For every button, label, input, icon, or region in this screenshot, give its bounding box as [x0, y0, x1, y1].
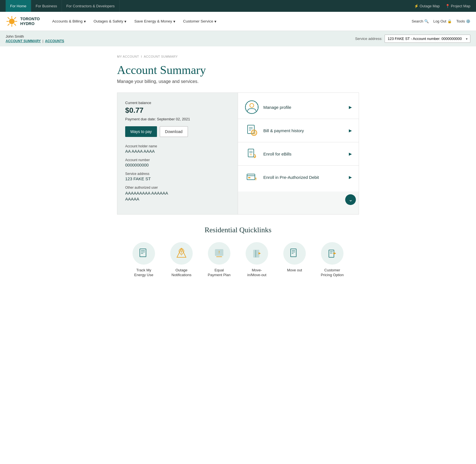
logo-text: TORONTO HYDRO: [20, 17, 40, 26]
scroll-btn-area: ⌄: [238, 192, 359, 205]
svg-text:!: !: [219, 250, 220, 254]
account-holder-label: Account holder name: [125, 144, 230, 148]
logout-button[interactable]: Log Out 🔒: [433, 19, 452, 23]
manage-profile-link[interactable]: Manage profile ▶: [238, 96, 359, 119]
svg-rect-38: [253, 250, 259, 257]
pricing-icon: [321, 242, 343, 265]
quicklink-track-energy[interactable]: Track MyEnergy Use: [128, 242, 159, 278]
nav-customer-service[interactable]: Customer Service▾: [179, 12, 220, 31]
due-date: Payment due date: September 02, 2021: [125, 117, 230, 121]
outage-icon: [170, 242, 193, 265]
main-grid: Current balance $0.77 Payment due date: …: [117, 93, 359, 215]
accounts-link[interactable]: ACCOUNTS: [45, 39, 64, 43]
quicklink-pricing[interactable]: CustomerPricing Option: [317, 242, 348, 278]
nav-links: Accounts & Billing▾ Outages & Safety▾ Sa…: [48, 12, 412, 31]
right-panel-container: Manage profile ▶ $: [238, 93, 359, 214]
track-energy-label: Track MyEnergy Use: [134, 268, 153, 278]
topbar-for-home[interactable]: For Home: [6, 0, 31, 12]
svg-line-7: [14, 17, 16, 19]
balance-amount: $0.77: [125, 106, 230, 115]
authorized-user-label: Other authorized user: [125, 186, 230, 190]
svg-text:$: $: [250, 153, 252, 156]
svg-point-34: [181, 253, 182, 254]
pricing-label: CustomerPricing Option: [321, 268, 344, 278]
account-number-label: Account number: [125, 158, 230, 162]
quicklinks-grid: Track MyEnergy Use OutageNotifications: [117, 242, 359, 278]
scroll-down-button[interactable]: ⌄: [345, 194, 356, 205]
authorized-user-value: AAAAAAAAA AAAAAAAAAAA: [125, 190, 230, 202]
bill-history-label: Bill & payment history: [263, 128, 344, 133]
top-bar: For Home For Business For Contractors & …: [0, 0, 476, 12]
sub-nav-left: John Smith ACCOUNT SUMMARY | ACCOUNTS: [6, 34, 64, 43]
main-nav: TORONTO HYDRO Accounts & Billing▾ Outage…: [0, 12, 476, 31]
page-content: MY ACCOUNT I ACCOUNT SUMMARY Account Sum…: [111, 46, 365, 289]
account-summary-link[interactable]: ACCOUNT SUMMARY: [6, 39, 41, 43]
bill-history-icon: $: [245, 123, 259, 138]
topbar-for-business[interactable]: For Business: [31, 0, 62, 12]
quicklink-outage[interactable]: OutageNotifications: [166, 242, 197, 278]
svg-text:$: $: [253, 132, 255, 134]
service-address-select[interactable]: 123 FAKE ST - Account number: 0000000000: [385, 35, 470, 43]
topbar-for-contractors[interactable]: For Contractors & Developers: [62, 0, 120, 12]
quicklink-movein-moveout[interactable]: Move-in/Move-out: [241, 242, 272, 278]
movein-moveout-icon: [246, 242, 268, 265]
nav-save-energy[interactable]: Save Energy & Money▾: [130, 12, 179, 31]
manage-profile-arrow: ▶: [349, 105, 352, 109]
svg-rect-40: [291, 249, 296, 257]
right-panel: Manage profile ▶ $: [238, 93, 359, 192]
user-name: John Smith: [6, 34, 64, 39]
service-address-area: Service address: 123 FAKE ST - Account n…: [355, 35, 470, 43]
service-address-block: Service address 123 FAKE ST: [125, 172, 230, 181]
svg-point-10: [250, 103, 254, 107]
manage-profile-icon: [245, 100, 259, 114]
bill-history-arrow: ▶: [349, 128, 352, 133]
action-buttons: Ways to pay Download: [125, 126, 230, 137]
sub-nav-links: ACCOUNT SUMMARY | ACCOUNTS: [6, 39, 64, 43]
svg-rect-28: [140, 249, 146, 257]
account-number-value: 0000000000: [125, 163, 230, 167]
outage-label: OutageNotifications: [172, 268, 192, 278]
enroll-ebills-link[interactable]: $ Enroll for eBills ▶: [238, 142, 359, 166]
account-number-block: Account number 0000000000: [125, 158, 230, 167]
toronto-hydro-logo-icon: [6, 15, 18, 28]
left-panel: Current balance $0.77 Payment due date: …: [117, 93, 238, 214]
sub-nav-separator: |: [42, 39, 43, 43]
svg-rect-24: [247, 174, 255, 180]
tools-button[interactable]: Tools ⚙️: [456, 19, 470, 23]
svg-point-0: [9, 19, 15, 24]
service-address-label: Service address:: [355, 37, 382, 41]
ebills-icon: $: [245, 147, 259, 161]
chevron-down-icon: ⌄: [349, 197, 353, 203]
quicklink-moveout[interactable]: Move out: [279, 242, 310, 278]
account-holder-block: Account holder name AA AAAA AAAA: [125, 144, 230, 154]
moveout-icon: [283, 242, 306, 265]
enroll-debit-link[interactable]: $ Enroll in Pre-Authorized Debit ▶: [238, 166, 359, 189]
breadcrumb: MY ACCOUNT I ACCOUNT SUMMARY: [117, 55, 359, 58]
project-map-link[interactable]: 📍 Project Map: [445, 4, 470, 8]
quicklink-equal-payment[interactable]: ! EqualPayment Plan: [204, 242, 235, 278]
authorized-user-block: Other authorized user AAAAAAAAA AAAAAAAA…: [125, 186, 230, 202]
equal-payment-icon: !: [208, 242, 230, 265]
debit-arrow: ▶: [349, 175, 352, 179]
nav-right: Search 🔍 Log Out 🔒 Tools ⚙️: [412, 19, 470, 23]
bill-payment-history-link[interactable]: $ Bill & payment history ▶: [238, 119, 359, 142]
download-button[interactable]: Download: [160, 126, 188, 137]
nav-outages-safety[interactable]: Outages & Safety▾: [90, 12, 131, 31]
svg-line-8: [8, 24, 9, 25]
service-address-field-value: 123 FAKE ST: [125, 176, 230, 181]
balance-label: Current balance: [125, 101, 230, 105]
svg-line-6: [14, 24, 16, 25]
service-address-select-wrapper: 123 FAKE ST - Account number: 0000000000: [385, 35, 470, 43]
search-button[interactable]: Search 🔍: [412, 19, 429, 23]
movein-moveout-label: Move-in/Move-out: [247, 268, 266, 278]
moveout-label: Move out: [287, 268, 302, 273]
ways-to-pay-button[interactable]: Ways to pay: [125, 126, 157, 137]
manage-profile-label: Manage profile: [263, 105, 344, 110]
track-energy-icon: [133, 242, 155, 265]
service-address-field-label: Service address: [125, 172, 230, 176]
logo[interactable]: TORONTO HYDRO: [6, 15, 40, 28]
nav-accounts-billing[interactable]: Accounts & Billing▾: [48, 12, 90, 31]
outage-map-link[interactable]: ⚡ Outage Map: [414, 4, 440, 8]
page-subtitle: Manage your billing, usage and services.: [117, 79, 359, 84]
ebills-label: Enroll for eBills: [263, 152, 344, 156]
